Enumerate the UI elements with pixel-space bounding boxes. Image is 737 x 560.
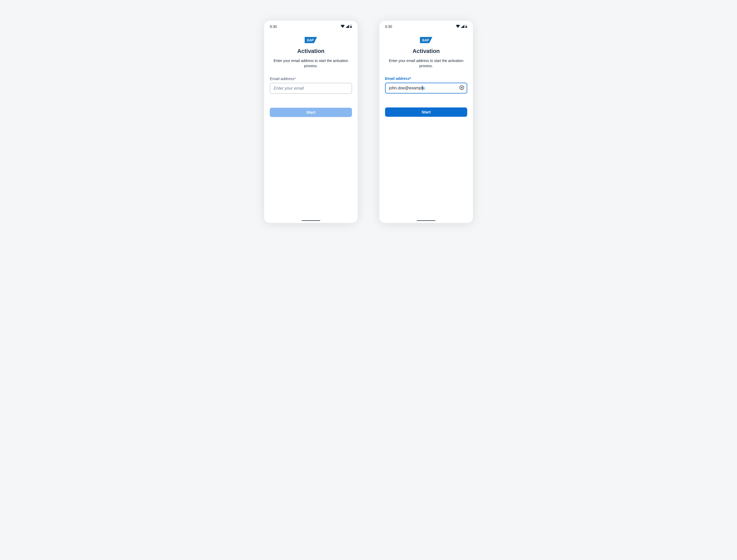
status-bar: 9:30 (380, 21, 473, 31)
cellular-icon (345, 25, 349, 29)
email-label: Email address* (270, 76, 352, 81)
phone-screen-empty: 9:30 SAP Activation Enter your email add… (264, 21, 357, 223)
page-title: Activation (380, 48, 473, 55)
page-description: Enter your email address to start the ac… (272, 58, 349, 69)
email-input[interactable] (385, 83, 467, 94)
wifi-icon (340, 25, 345, 29)
svg-rect-6 (466, 26, 467, 28)
email-input-wrap (270, 83, 352, 94)
svg-rect-2 (350, 26, 352, 28)
status-icons (340, 24, 352, 29)
battery-icon (465, 24, 467, 29)
status-time: 9:30 (385, 25, 392, 29)
activation-form: Email address* Start (264, 76, 357, 117)
status-bar: 9:30 (264, 21, 357, 31)
status-icons (456, 24, 467, 29)
text-caret (422, 85, 423, 91)
svg-text:SAP: SAP (307, 38, 314, 42)
start-button[interactable]: Start (385, 107, 467, 117)
logo: SAP (380, 37, 473, 43)
start-button[interactable]: Start (270, 108, 352, 117)
cellular-icon (461, 25, 464, 29)
sap-logo: SAP (420, 37, 432, 43)
status-time: 9:30 (270, 25, 277, 29)
page-title: Activation (264, 48, 357, 55)
logo: SAP (264, 37, 357, 43)
sap-logo: SAP (305, 37, 317, 43)
page-description: Enter your email address to start the ac… (388, 58, 465, 69)
home-indicator (301, 220, 320, 221)
phone-screen-filled: 9:30 SAP Activation Enter your email add… (380, 21, 473, 223)
svg-text:SAP: SAP (422, 38, 429, 42)
wifi-icon (456, 25, 460, 29)
battery-icon (350, 24, 352, 29)
email-label: Email address* (385, 76, 467, 81)
clear-input-button[interactable] (459, 85, 465, 91)
email-input-wrap (385, 83, 467, 94)
svg-rect-4 (466, 24, 467, 25)
close-circle-icon (460, 85, 464, 91)
email-input[interactable] (270, 83, 352, 94)
home-indicator (417, 220, 436, 221)
svg-rect-0 (351, 24, 351, 25)
activation-form: Email address* Start (380, 76, 473, 117)
